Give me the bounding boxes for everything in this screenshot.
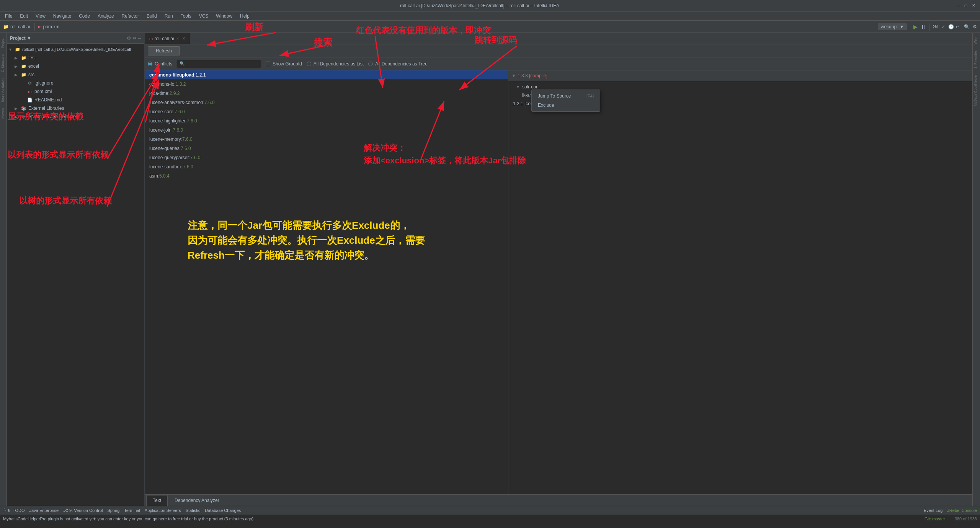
menu-refactor[interactable]: Refactor <box>119 13 142 20</box>
vtab-project[interactable]: Project <box>0 34 7 51</box>
show-groupid-checkbox[interactable] <box>266 62 270 66</box>
menu-build[interactable]: Build <box>144 13 160 20</box>
tree-item-gitignore[interactable]: ▶ ⚙ .gitignore <box>7 79 144 87</box>
bottom-tab-text[interactable]: Text <box>146 495 168 506</box>
status-jrebel-console[interactable]: JRebel Console <box>947 508 977 513</box>
status-statistic[interactable]: Statistic <box>186 508 201 513</box>
tree-scratches-arrow: ▶ <box>15 115 19 119</box>
toolbar-settings-icon[interactable]: ⚙ <box>973 24 977 29</box>
tree-root-arrow: ▼ <box>8 47 13 52</box>
menu-tools[interactable]: Tools <box>178 13 194 20</box>
status-terminal[interactable]: Terminal <box>124 508 140 513</box>
radio-all-tree[interactable]: All Dependencies as Tree <box>368 61 428 67</box>
tree-item-scratches[interactable]: ▶ ✏ Scratches and Consoles <box>7 112 144 121</box>
menu-vcs[interactable]: VCS <box>196 13 212 20</box>
maximize-button[interactable]: □ <box>963 3 969 8</box>
search-input[interactable] <box>186 61 255 67</box>
split-pane: commons-fileupload : 1.2.1 commons-io : … <box>145 70 972 494</box>
search-icon: 🔍 <box>180 61 185 66</box>
project-expand-icon[interactable]: ⇔ <box>132 36 136 41</box>
tree-root[interactable]: ▼ 📁 rollcall [roll-call-ai] D:\Juzi\Work… <box>7 45 144 54</box>
main-layout: Project Z: Structure Bean Validation Mav… <box>0 33 980 506</box>
vtab-bean-validation[interactable]: Bean Validation <box>0 75 7 105</box>
tree-item-readme[interactable]: ▶ 📄 README.md <box>7 96 144 104</box>
status-java-enterprise[interactable]: Java Enterprise <box>29 508 59 513</box>
toolbar-run-icon[interactable]: ▶ <box>913 24 918 30</box>
menu-edit[interactable]: Edit <box>17 13 31 20</box>
menu-help[interactable]: Help <box>237 13 253 20</box>
tree-item-src[interactable]: ▶ 📁 src <box>7 70 144 79</box>
vtab-maven[interactable]: Maven <box>0 105 7 122</box>
status-event-log[interactable]: Event Log <box>924 508 943 513</box>
dep-name-0: commons-fileupload <box>149 72 194 78</box>
dep-item-9[interactable]: lucene-queryparser : 7.6.0 <box>145 153 508 162</box>
menu-code[interactable]: Code <box>76 13 93 20</box>
status-version-control[interactable]: ⎇9: Version Control <box>63 508 103 513</box>
minimize-button[interactable]: ─ <box>956 3 961 8</box>
dep-analyzer: Refresh Conflicts 🔍 <box>145 44 972 494</box>
tree-item-ext-libraries[interactable]: ▶ 📚 External Libraries <box>7 104 144 112</box>
vtab-favorites[interactable]: 2: Favorites <box>973 47 980 72</box>
vtab-structure[interactable]: Z: Structure <box>0 51 7 75</box>
tree-item-pom[interactable]: ▶ m pom.xml <box>7 87 144 96</box>
window-controls[interactable]: ─ □ ✕ <box>956 3 976 8</box>
menu-file[interactable]: File <box>2 13 15 20</box>
dep-item-0[interactable]: commons-fileupload : 1.2.1 <box>145 70 508 80</box>
vtab-web[interactable]: Web <box>973 34 980 47</box>
titlebar: roll-call-ai [D:\Juzi\WorkSpace\IntelliJ… <box>0 0 980 11</box>
dep-item-1[interactable]: commons-io : 1.3.2 <box>145 80 508 89</box>
radio-conflicts-btn[interactable] <box>148 62 152 66</box>
dep-item-11[interactable]: asm : 5.0.4 <box>145 171 508 181</box>
close-button[interactable]: ✕ <box>971 3 976 8</box>
status-db-changes[interactable]: Database Changes <box>205 508 241 513</box>
tab-rollcall-ai[interactable]: m roll-call-ai × ✕ <box>145 33 190 44</box>
search-box[interactable]: 🔍 <box>177 60 261 68</box>
dep-name-9: lucene-queryparser <box>149 155 189 160</box>
dep-item-3[interactable]: lucene-analyzers-common : 7.6.0 <box>145 98 508 107</box>
toolbar-git-clock[interactable]: 🕐 <box>948 24 954 29</box>
toolbar-search-icon[interactable]: 🔍 <box>964 24 970 29</box>
menu-window[interactable]: Window <box>213 13 235 20</box>
dep-item-10[interactable]: lucene-sandbox : 7.6.0 <box>145 162 508 171</box>
dep-item-2[interactable]: joda-time : 2.9.2 <box>145 89 508 98</box>
refresh-button[interactable]: Refresh <box>148 46 180 55</box>
show-groupid-group[interactable]: Show GroupId <box>266 61 302 67</box>
toolbar-project-icon: 📁 <box>3 24 9 29</box>
git-status[interactable]: Git: master ÷ <box>924 517 949 521</box>
dep-item-7[interactable]: lucene-memory : 7.6.0 <box>145 135 508 144</box>
toolbar-debug-icon[interactable]: ⏸ <box>921 24 926 30</box>
dep-item-4[interactable]: lucene-core : 7.6.0 <box>145 107 508 116</box>
project-close-icon[interactable]: ─ <box>138 36 141 41</box>
project-settings-icon[interactable]: ⚙ <box>127 36 131 41</box>
tree-root-label: rollcall [roll-call-ai] D:\Juzi\WorkSpac… <box>22 47 131 52</box>
status-todo[interactable]: ⚐6: TODO <box>3 508 25 513</box>
tree-test-arrow: ▶ <box>15 56 19 60</box>
radio-conflicts[interactable]: Conflicts <box>148 61 172 67</box>
menu-run[interactable]: Run <box>162 13 176 20</box>
vtab-mybatis[interactable]: MyBatis CodeHelper <box>973 72 980 109</box>
toolbar-git-check[interactable]: ✓ <box>941 24 945 29</box>
toolbar-git-undo[interactable]: ↩ <box>956 24 959 29</box>
status-app-servers[interactable]: Application Servers <box>145 508 181 513</box>
dep-name-2: joda-time <box>149 91 168 96</box>
dep-item-5[interactable]: lucene-highlighter : 7.6.0 <box>145 116 508 125</box>
menu-navigate[interactable]: Navigate <box>50 13 74 20</box>
dep-name-5: lucene-highlighter <box>149 118 186 124</box>
radio-all-list-btn[interactable] <box>307 62 311 66</box>
context-jump-to-source[interactable]: Jump To Source [F4] <box>532 91 600 101</box>
radio-all-list[interactable]: All Dependencies as List <box>307 61 364 67</box>
toolbar-user-dropdown[interactable]: wecqupt ▼ <box>878 23 907 30</box>
tree-item-test[interactable]: ▶ 📁 test <box>7 54 144 62</box>
status-spring[interactable]: Spring <box>107 508 119 513</box>
menu-view[interactable]: View <box>33 13 49 20</box>
context-exclude[interactable]: Exclude <box>532 101 600 110</box>
menu-analyze[interactable]: Analyze <box>95 13 117 20</box>
bottom-tab-dep-analyzer[interactable]: Dependency Analyzer <box>168 495 225 506</box>
status-bar-left: ⚐6: TODO Java Enterprise ⎇9: Version Con… <box>3 508 918 513</box>
tab-rollcall-close[interactable]: ✕ <box>182 36 185 41</box>
toolbar-user-chevron: ▼ <box>899 24 904 29</box>
dep-item-8[interactable]: lucene-queries : 7.6.0 <box>145 144 508 153</box>
dep-item-6[interactable]: lucene-join : 7.6.0 <box>145 125 508 135</box>
tree-item-excel[interactable]: ▶ 📁 excel <box>7 62 144 70</box>
radio-all-tree-btn[interactable] <box>368 62 373 66</box>
